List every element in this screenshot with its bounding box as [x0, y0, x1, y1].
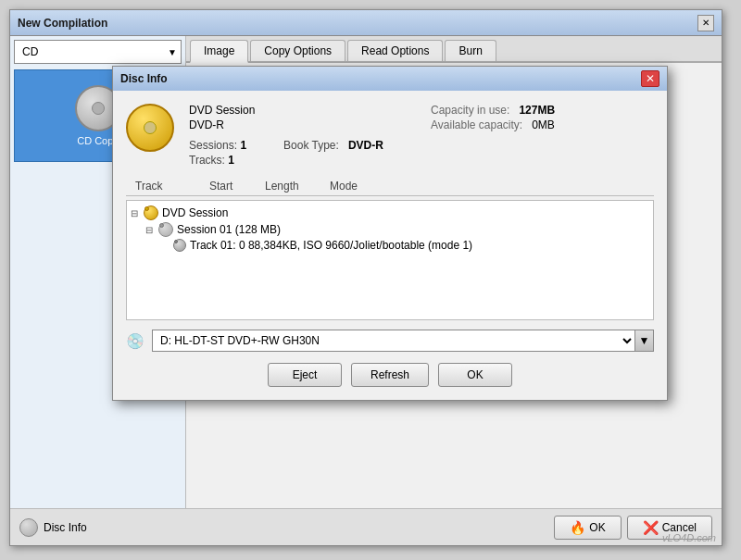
- disc-info-modal: Disc Info ✕ DVD Session: [112, 66, 668, 401]
- tracks-row: Tracks: 1: [189, 154, 654, 167]
- main-window: New Compilation ✕ CD ▼ CD Copy Image: [9, 9, 722, 546]
- disc-info-header: DVD Session Capacity in use: 127MB DVD-R: [126, 104, 654, 167]
- available-section: Available capacity: 0MB: [431, 118, 654, 131]
- session-icon: [158, 222, 173, 237]
- session-01-label-text: Session 01 (128 MB): [177, 223, 281, 236]
- eject-button[interactable]: Eject: [268, 363, 342, 387]
- track-icon: [173, 239, 186, 252]
- drive-icon: 💿: [126, 332, 144, 350]
- book-type-row: Book Type: DVD-R: [283, 139, 383, 152]
- column-track: Track: [135, 180, 209, 193]
- disc-icon-large: [126, 104, 174, 152]
- track-table-header: Track Start Length Mode: [126, 180, 654, 196]
- column-length: Length: [265, 180, 330, 193]
- modal-actions: Eject Refresh OK: [126, 363, 654, 387]
- modal-title-bar: Disc Info ✕: [113, 67, 667, 91]
- capacity-section: Capacity in use: 127MB: [431, 104, 654, 117]
- disc-hole: [144, 121, 157, 134]
- sessions-row: Sessions: 1: [189, 139, 246, 152]
- capacity-value: 127MB: [519, 104, 555, 117]
- dvd-session-icon: [144, 205, 158, 220]
- track-01-label: Track 01: 0 88,384KB, ISO 9660/Joliet/bo…: [190, 239, 472, 252]
- expander-session[interactable]: ⊟: [145, 225, 155, 235]
- book-type-label: Book Type:: [283, 139, 339, 152]
- modal-ok-button[interactable]: OK: [438, 363, 512, 387]
- drive-dropdown-arrow[interactable]: ▼: [635, 330, 654, 352]
- track-tree[interactable]: ⊟ DVD Session ⊟ Track 01: Session 01: [126, 200, 654, 320]
- drive-select-dropdown[interactable]: D: HL-DT-ST DVD+-RW GH30N: [152, 330, 635, 352]
- expander-dvd[interactable]: ⊟: [131, 208, 140, 218]
- column-start: Start: [209, 180, 265, 193]
- tree-item-session-01: ⊟ Track 01: Session 01 (128 MB): [131, 221, 649, 238]
- disc-header-details: DVD Session Capacity in use: 127MB DVD-R: [189, 104, 654, 167]
- tree-item-track-01: Track 01: 0 88,384KB, ISO 9660/Joliet/bo…: [131, 238, 649, 253]
- capacity-label: Capacity in use:: [431, 104, 509, 117]
- disc-format-value: DVD-R: [189, 118, 412, 131]
- available-value: 0MB: [532, 118, 555, 131]
- tracks-label: Tracks:: [189, 154, 225, 167]
- tree-item-dvd-session: ⊟ DVD Session: [131, 205, 649, 221]
- disc-type-value: DVD Session: [189, 104, 412, 117]
- available-label: Available capacity:: [431, 118, 522, 131]
- book-type-value: DVD-R: [348, 139, 383, 152]
- modal-close-button[interactable]: ✕: [641, 70, 659, 87]
- dvd-session-label: DVD Session: [162, 206, 228, 219]
- tracks-value: 1: [228, 154, 234, 167]
- refresh-button[interactable]: Refresh: [351, 363, 429, 387]
- modal-title: Disc Info: [120, 72, 168, 85]
- drive-selector: 💿 D: HL-DT-ST DVD+-RW GH30N ▼: [126, 330, 654, 352]
- modal-overlay: Disc Info ✕ DVD Session: [10, 10, 722, 545]
- sessions-value: 1: [240, 139, 246, 152]
- sessions-label: Sessions:: [189, 139, 237, 152]
- modal-body: DVD Session Capacity in use: 127MB DVD-R: [113, 91, 667, 400]
- column-mode: Mode: [330, 180, 654, 193]
